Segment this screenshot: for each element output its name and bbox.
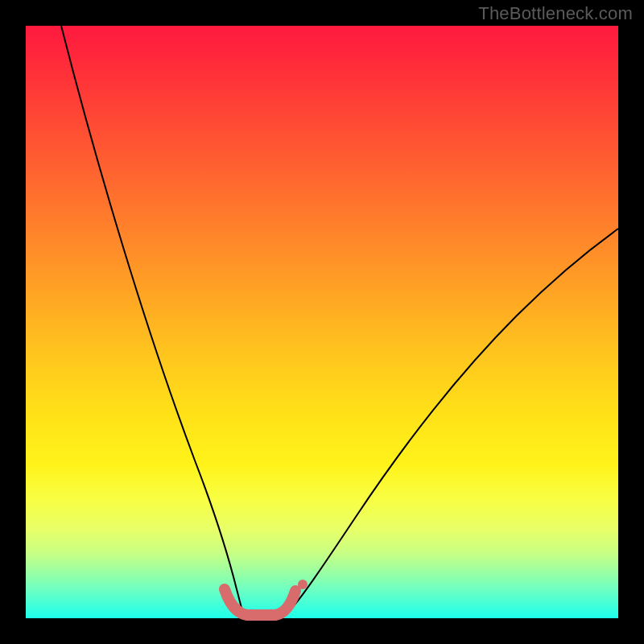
curve-layer <box>26 26 618 618</box>
highlight-end-dot <box>298 580 308 589</box>
watermark-text: TheBottleneck.com <box>478 3 633 24</box>
plot-area <box>26 26 618 618</box>
curve-left-branch <box>61 26 243 613</box>
trough-highlight <box>225 589 295 615</box>
chart-frame: TheBottleneck.com <box>0 0 644 644</box>
curve-right-branch <box>288 229 618 612</box>
